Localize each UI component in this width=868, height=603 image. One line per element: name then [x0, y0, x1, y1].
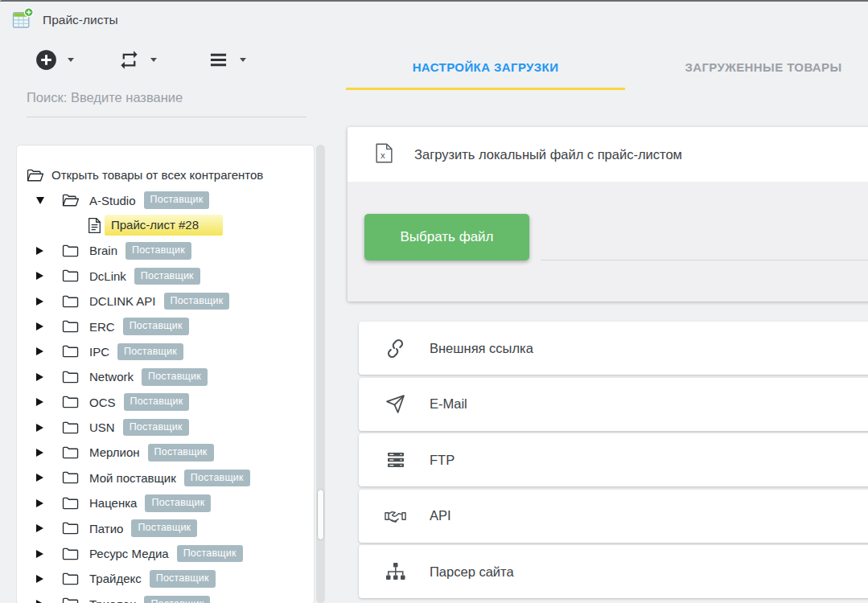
source-card-label: API: [430, 508, 451, 523]
repeat-icon: [118, 49, 140, 71]
tree-item[interactable]: BrainПоставщик: [17, 238, 314, 263]
handshake-icon: [385, 506, 406, 527]
source-card[interactable]: Парсер сайта: [359, 545, 868, 598]
add-button[interactable]: [35, 49, 74, 71]
folder-icon: [62, 293, 80, 310]
folder-icon: [62, 444, 80, 461]
tree-item[interactable]: Открыть товары от всех контрагентов: [17, 162, 314, 187]
tree-item-label: Мой поставщик: [89, 471, 176, 485]
tree-item[interactable]: Прайс-лист #28: [17, 213, 314, 238]
supplier-badge: Поставщик: [131, 519, 197, 537]
tab-upload-settings[interactable]: НАСТРОЙКА ЗАГРУЗКИ: [346, 44, 625, 90]
caret-right-icon[interactable]: [36, 424, 43, 432]
tree-item-label: USN: [89, 420, 115, 434]
caret-right-icon[interactable]: [36, 550, 43, 558]
folder-icon: [62, 419, 80, 437]
tree-item-label: DCLINK API: [89, 294, 156, 308]
send-icon: [385, 394, 406, 415]
source-card-label: Парсер сайта: [430, 564, 514, 580]
tab-bar: НАСТРОЙКА ЗАГРУЗКИ ЗАГРУЖЕННЫЕ ТОВАРЫ: [346, 44, 868, 90]
refresh-button[interactable]: [118, 49, 157, 71]
supplier-badge: Поставщик: [184, 470, 250, 487]
supplier-badge: Поставщик: [117, 343, 183, 361]
tree-scrollbar-thumb[interactable]: [317, 489, 324, 540]
tree-item-label: Патио: [89, 522, 123, 535]
supplier-badge: Поставщик: [125, 242, 191, 260]
tree-item[interactable]: DcLinkПоставщик: [17, 264, 314, 289]
chevron-down-icon[interactable]: [150, 58, 157, 62]
caret-right-icon[interactable]: [36, 449, 43, 457]
search-field: [27, 90, 306, 117]
upload-section-title: Загрузить локальный файл с прайс-листом: [414, 147, 682, 162]
caret-right-icon[interactable]: [36, 322, 43, 330]
tree-item-label: ERC: [89, 320, 115, 334]
tree-item[interactable]: A-StudioПоставщик: [17, 187, 314, 212]
tree-item[interactable]: NetworkПоставщик: [17, 364, 314, 389]
folder-icon: [62, 519, 80, 537]
tree-item[interactable]: ТрайдексПоставщик: [17, 566, 314, 591]
choose-file-button[interactable]: Выбрать файл: [364, 214, 529, 260]
tree-item-label: Наценка: [89, 496, 137, 510]
folder-icon: [62, 545, 80, 563]
tree-item-label: Мерлион: [89, 445, 140, 459]
source-card-label: FTP: [430, 453, 455, 468]
caret-right-icon[interactable]: [36, 247, 43, 255]
supplier-badge: Поставщик: [148, 444, 214, 461]
tree-item-label: Brain: [89, 244, 117, 257]
spreadsheet-plus-icon: [11, 7, 34, 33]
tree-item[interactable]: IPCПоставщик: [17, 339, 314, 364]
caret-right-icon[interactable]: [36, 398, 43, 406]
tree-item[interactable]: Ресурс МедиаПоставщик: [17, 541, 314, 566]
chevron-down-icon[interactable]: [240, 58, 246, 62]
tree-item[interactable]: ТриоланПоставщик: [17, 592, 314, 603]
caret-right-icon[interactable]: [36, 474, 43, 482]
supplier-badge: Поставщик: [164, 293, 230, 310]
tree-item[interactable]: НаценкаПоставщик: [17, 490, 314, 515]
source-card[interactable]: FTP: [359, 433, 868, 486]
tree-item[interactable]: ПатиоПоставщик: [17, 515, 314, 540]
menu-button[interactable]: [208, 49, 246, 71]
source-card[interactable]: Внешняя ссылка: [359, 322, 868, 375]
svg-text:x: x: [381, 150, 385, 159]
selected-tree-item-label: Прайс-лист #28: [105, 215, 223, 236]
caret-right-icon[interactable]: [36, 524, 43, 532]
caret-right-icon[interactable]: [36, 600, 43, 603]
tree-item[interactable]: USNПоставщик: [17, 415, 314, 440]
caret-right-icon[interactable]: [36, 373, 43, 381]
tree-item[interactable]: OCSПоставщик: [17, 390, 314, 415]
tab-loaded-products[interactable]: ЗАГРУЖЕННЫЕ ТОВАРЫ: [625, 44, 868, 90]
supplier-badge: Поставщик: [134, 268, 200, 285]
caret-right-icon[interactable]: [36, 499, 43, 507]
supplier-tree: Открыть товары от всех контрагентовA-Stu…: [16, 145, 315, 603]
caret-right-icon[interactable]: [36, 297, 43, 306]
supplier-badge: Поставщик: [123, 419, 189, 437]
caret-down-icon[interactable]: [36, 197, 44, 204]
supplier-badge: Поставщик: [150, 570, 216, 588]
tree-item[interactable]: ERCПоставщик: [17, 314, 314, 338]
page-title: Прайс-листы: [43, 13, 118, 27]
window-titlebar: Прайс-листы: [11, 7, 118, 33]
source-card[interactable]: E-Mail: [359, 378, 868, 431]
folder-icon: [62, 570, 80, 588]
tree-item[interactable]: Мой поставщикПоставщик: [17, 466, 314, 490]
folder-icon: [62, 368, 80, 386]
supplier-badge: Поставщик: [123, 318, 189, 335]
source-card[interactable]: API: [359, 490, 868, 543]
tab-label: НАСТРОЙКА ЗАГРУЗКИ: [413, 60, 559, 74]
caret-right-icon[interactable]: [36, 347, 43, 355]
document-icon: [85, 216, 103, 234]
tree-item[interactable]: МерлионПоставщик: [17, 440, 314, 465]
caret-right-icon[interactable]: [36, 575, 43, 583]
tab-label: ЗАГРУЖЕННЫЕ ТОВАРЫ: [685, 60, 841, 74]
search-input[interactable]: [27, 90, 306, 105]
source-card-label: Внешняя ссылка: [430, 341, 533, 356]
excel-file-icon: x: [376, 143, 393, 166]
tree-item-label: Триолан: [89, 597, 136, 603]
caret-right-icon[interactable]: [36, 272, 43, 280]
supplier-badge: Поставщик: [177, 545, 243, 563]
upload-section-header[interactable]: x Загрузить локальный файл с прайс-листо…: [348, 127, 868, 182]
tree-scrollbar-track[interactable]: [316, 145, 325, 603]
tree-item[interactable]: DCLINK APIПоставщик: [17, 289, 314, 314]
tree-item-label: Ресурс Медиа: [89, 547, 169, 560]
chevron-down-icon[interactable]: [68, 58, 74, 62]
